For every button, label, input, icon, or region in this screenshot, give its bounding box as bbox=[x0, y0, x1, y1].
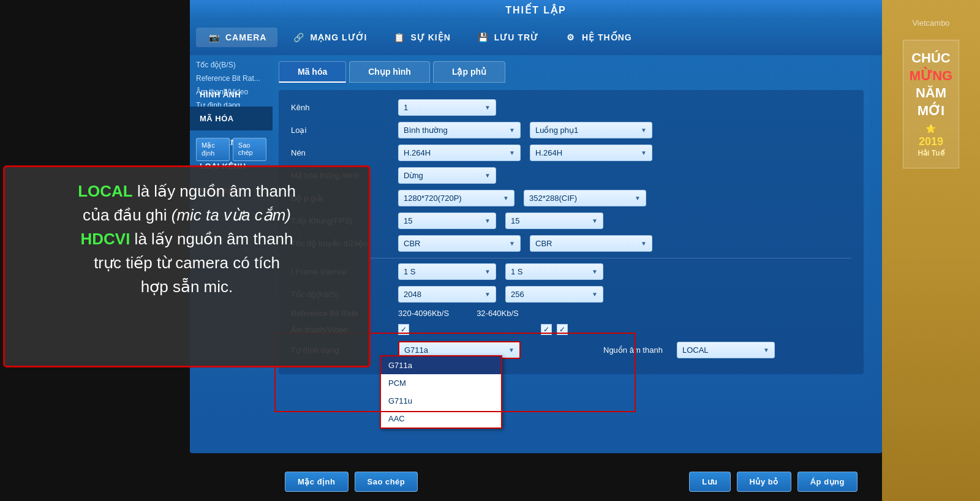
kenh-label: Kênh bbox=[291, 103, 389, 112]
loai-value-2: Luồng phụ1 bbox=[535, 126, 578, 135]
sidebar-item-hinh-anh[interactable]: HÌNH ẢNH bbox=[190, 83, 273, 107]
toc-do-kbs-row: Tốc độ(Kb/S) 2048 ▼ 256 ▼ bbox=[291, 286, 851, 303]
nam-moi-text: NĂMMỚI bbox=[910, 85, 952, 119]
nguon-am-thanh-select[interactable]: LOCAL ▼ bbox=[677, 342, 775, 358]
dropdown-option-g711u[interactable]: G711u bbox=[381, 392, 501, 410]
do-p-giai-row: Độ p.giải 1280*720(720P) ▼ 352*288(CIF) … bbox=[291, 190, 851, 206]
loai-value-1: Bình thường bbox=[404, 126, 448, 135]
annotation-text: LOCAL là lấy nguồn âm thanhcủa đầu ghi (… bbox=[20, 179, 353, 299]
chuc-mung-box: CHÚC MỪNG NĂMMỚI ⭐ 2019 Hải Tuế bbox=[903, 40, 959, 168]
nen-select-2[interactable]: H.264H ▼ bbox=[530, 145, 652, 161]
dropdown-option-aac[interactable]: AAC bbox=[381, 410, 501, 428]
tab-camera[interactable]: 📷 CAMERA bbox=[196, 28, 277, 47]
i-frame-interval-select-2[interactable]: 1 S ▼ bbox=[505, 263, 603, 280]
network-icon: 🔗 bbox=[292, 31, 306, 43]
nen-value-2: H.264H bbox=[535, 148, 562, 157]
i-frame-interval-value-1: 1 S bbox=[404, 267, 416, 276]
am-thanh-video-checkbox-3[interactable] bbox=[557, 324, 568, 335]
mung-text: MỪNG bbox=[910, 67, 952, 85]
kenh-value: 1 bbox=[404, 103, 408, 112]
tu-dinh-dang-row: Tự định dạng G711a ▼ Nguồn âm thanh LOCA… bbox=[291, 341, 851, 359]
sub-tab-ma-hoa[interactable]: Mã hóa bbox=[279, 61, 346, 83]
toc-do-kbs-value-1: 2048 bbox=[404, 290, 421, 299]
toc-do-truyen-row: Tốc độ truyền dữ liệu CBR ▼ CBR ▼ bbox=[291, 235, 851, 252]
luu-button[interactable]: Lưu bbox=[689, 472, 730, 492]
nguon-am-thanh-label: Nguồn âm thanh bbox=[603, 345, 663, 355]
t-do-khung-select-2[interactable]: 15 ▼ bbox=[505, 213, 603, 229]
sub-tab-chup-hinh[interactable]: Chụp hình bbox=[349, 61, 430, 83]
sidebar-item-ma-hoa[interactable]: MÃ HÓA bbox=[190, 107, 273, 130]
tab-mang-luoi-label: MẠNG LƯỚI bbox=[310, 32, 367, 42]
bottom-buttons-bar: Mặc định Sao chép Lưu Hủy bỏ Áp dụng bbox=[273, 472, 870, 492]
logo-text: Vietcambo bbox=[912, 18, 949, 28]
tab-mang-luoi[interactable]: 🔗 MẠNG LƯỚI bbox=[281, 28, 378, 47]
nen-select-1[interactable]: H.264H ▼ bbox=[398, 145, 521, 161]
do-p-giai-select-1[interactable]: 1280*720(720P) ▼ bbox=[398, 190, 514, 206]
am-thanh-video-checkbox-1[interactable] bbox=[398, 324, 409, 335]
toc-do-kbs-select-1[interactable]: 2048 ▼ bbox=[398, 286, 496, 303]
t-do-khung-select-1[interactable]: 15 ▼ bbox=[398, 213, 496, 229]
tab-su-kien[interactable]: 📋 SỰ KIỆN bbox=[381, 28, 461, 47]
chuc-mung-text: CHÚC MỪNG NĂMMỚI ⭐ 2019 Hải Tuế bbox=[910, 50, 952, 159]
annotation-hdcvi: HDCVI bbox=[80, 230, 130, 248]
tu-dinh-dang-arrow: ▼ bbox=[508, 347, 514, 353]
loai-select-2[interactable]: Luồng phụ1 ▼ bbox=[530, 122, 652, 138]
mac-dinh-button[interactable]: Mặc định bbox=[285, 472, 349, 492]
toc-do-kbs-select-2[interactable]: 256 ▼ bbox=[505, 286, 603, 303]
ma-hoa-thong-minh-value: Dừng bbox=[404, 171, 423, 180]
year-text: 2019 bbox=[910, 135, 952, 149]
tab-luu-tru-label: LƯU TRỪ bbox=[494, 32, 538, 42]
toc-do-truyen-arrow-2: ▼ bbox=[641, 240, 647, 247]
nen-row: Nén H.264H ▼ H.264H ▼ bbox=[291, 145, 851, 161]
ma-hoa-thong-minh-row: Mã hóa thông minh Dừng ▼ bbox=[291, 167, 851, 184]
tab-camera-label: CAMERA bbox=[225, 32, 266, 42]
ref-bit-rate-value-2: 32-640Kb/S bbox=[477, 309, 519, 318]
annotation-italic: (mic ta vừa cắm) bbox=[172, 206, 291, 224]
kenh-row: Kênh 1 ▼ bbox=[291, 99, 851, 116]
chuc-text: CHÚC bbox=[910, 50, 952, 67]
ap-dung-button[interactable]: Áp dụng bbox=[797, 472, 858, 492]
annotation-box: LOCAL là lấy nguồn âm thanhcủa đầu ghi (… bbox=[3, 165, 371, 367]
ref-bit-rate-row: Reference Bit Rate 320-4096Kb/S 32-640Kb… bbox=[291, 309, 851, 318]
toc-do-truyen-select-1[interactable]: CBR ▼ bbox=[398, 235, 521, 252]
toc-do-kbs-arrow-1: ▼ bbox=[484, 291, 491, 298]
tab-luu-tru[interactable]: 💾 LƯU TRỪ bbox=[465, 28, 549, 47]
toc-do-truyen-value-1: CBR bbox=[404, 239, 420, 248]
dropdown-option-pcm[interactable]: PCM bbox=[381, 374, 501, 392]
loai-label: Loại bbox=[291, 126, 389, 135]
ref-bit-rate-value-1: 320-4096Kb/S bbox=[398, 309, 449, 318]
sidebar-sao-chep-btn[interactable]: Sao chép bbox=[233, 138, 266, 161]
event-icon: 📋 bbox=[392, 31, 407, 43]
right-decoration: Vietcambo CHÚC MỪNG NĂMMỚI ⭐ 2019 Hải Tu… bbox=[882, 0, 980, 501]
tab-he-thong[interactable]: ⚙ HỆ THỐNG bbox=[552, 28, 643, 47]
camera-icon: 📷 bbox=[207, 31, 222, 43]
toc-do-truyen-select-2[interactable]: CBR ▼ bbox=[530, 235, 652, 252]
nen-arrow-1: ▼ bbox=[509, 149, 515, 156]
loai-select-1[interactable]: Bình thường ▼ bbox=[398, 122, 521, 138]
nguon-am-thanh-value: LOCAL bbox=[682, 345, 709, 355]
do-p-giai-arrow-2: ▼ bbox=[635, 195, 641, 202]
huy-bo-button[interactable]: Hủy bỏ bbox=[737, 472, 791, 492]
ma-hoa-thong-minh-select[interactable]: Dừng ▼ bbox=[398, 167, 496, 184]
sidebar-mac-dinh-btn[interactable]: Mặc định bbox=[196, 138, 230, 161]
do-p-giai-value-1: 1280*720(720P) bbox=[404, 194, 462, 203]
sub-text: Hải Tuế bbox=[910, 149, 952, 159]
system-icon: ⚙ bbox=[564, 31, 578, 43]
i-frame-interval-select-1[interactable]: 1 S ▼ bbox=[398, 263, 496, 280]
dropdown-option-g711a[interactable]: G711a bbox=[381, 356, 501, 374]
am-thanh-video-checkbox-2[interactable] bbox=[541, 324, 552, 335]
toc-do-truyen-value-2: CBR bbox=[535, 239, 552, 248]
kenh-select[interactable]: 1 ▼ bbox=[398, 99, 496, 116]
tu-dinh-dang-value: G711a bbox=[404, 345, 428, 355]
sidebar-top-toc-do: Tốc độ(B/S) bbox=[196, 58, 270, 72]
toc-do-kbs-arrow-2: ▼ bbox=[592, 291, 598, 298]
nen-arrow-2: ▼ bbox=[641, 149, 647, 156]
sidebar-action-buttons: Mặc định Sao chép bbox=[190, 135, 273, 164]
tu-dinh-dang-dropdown[interactable]: G711a PCM G711u AAC bbox=[380, 355, 502, 429]
sub-tab-lap-phu[interactable]: Lập phủ bbox=[433, 61, 505, 83]
sub-tabs: Mã hóa Chụp hình Lập phủ bbox=[279, 61, 864, 83]
do-p-giai-select-2[interactable]: 352*288(CIF) ▼ bbox=[524, 190, 646, 206]
nguon-am-thanh-arrow: ▼ bbox=[763, 347, 769, 353]
ma-hoa-thong-minh-arrow: ▼ bbox=[484, 172, 491, 179]
sao-chep-button[interactable]: Sao chép bbox=[355, 472, 418, 492]
